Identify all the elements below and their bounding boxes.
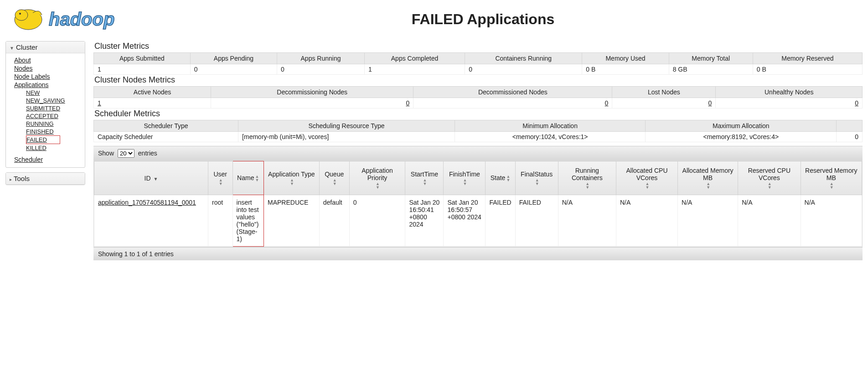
cell-running: N/A bbox=[558, 195, 616, 247]
sidebar-link-failed[interactable]: FAILED bbox=[26, 136, 47, 144]
sidebar-link-nodes[interactable]: Nodes bbox=[14, 64, 83, 72]
entries-label: entries bbox=[138, 150, 157, 157]
sort-icon: ▲▼ bbox=[463, 178, 467, 186]
col-amem[interactable]: Allocated Memory MB▲▼ bbox=[678, 161, 738, 195]
cluster-metrics-table: Apps Submitted Apps Pending Apps Running… bbox=[93, 52, 863, 75]
table-row: Capacity Scheduler [memory-mb (unit=Mi),… bbox=[94, 132, 863, 142]
svg-point-2 bbox=[19, 13, 21, 15]
decommissioning-link[interactable]: 0 bbox=[406, 99, 409, 107]
cm-h-7: Memory Reserved bbox=[753, 53, 862, 64]
col-state[interactable]: State▲▼ bbox=[486, 161, 515, 195]
sort-icon: ▲▼ bbox=[706, 182, 710, 189]
sort-icon: ▲▼ bbox=[255, 175, 259, 182]
sidebar-link-about[interactable]: About bbox=[14, 56, 83, 64]
cluster-metrics-heading: Cluster Metrics bbox=[94, 41, 863, 51]
sidebar-link-new[interactable]: NEW bbox=[26, 89, 83, 97]
col-start[interactable]: StartTime▲▼ bbox=[405, 161, 444, 195]
cell-amem: N/A bbox=[678, 195, 738, 247]
sidebar-link-scheduler[interactable]: Scheduler bbox=[14, 155, 83, 164]
cm-h-3: Apps Completed bbox=[364, 53, 465, 64]
cell-user: root bbox=[208, 195, 233, 247]
sidebar-link-killed[interactable]: KILLED bbox=[26, 144, 83, 152]
sidebar: ▼Cluster About Nodes Node Labels Applica… bbox=[5, 41, 85, 260]
col-rcpu[interactable]: Reserved CPU VCores▲▼ bbox=[738, 161, 801, 195]
cm-h-4: Containers Running bbox=[465, 53, 582, 64]
sort-icon: ▲▼ bbox=[333, 178, 337, 186]
nodes-metrics-heading: Cluster Nodes Metrics bbox=[94, 75, 863, 85]
scheduler-metrics-table: Scheduler Type Scheduling Resource Type … bbox=[93, 120, 863, 142]
sort-icon: ▲▼ bbox=[219, 178, 223, 186]
sort-icon: ▲▼ bbox=[290, 178, 294, 186]
cell-type: MAPREDUCE bbox=[264, 195, 320, 247]
sidebar-section-cluster[interactable]: ▼Cluster bbox=[6, 41, 85, 53]
nodes-metrics-table: Active Nodes Decommissioning Nodes Decom… bbox=[93, 86, 863, 108]
col-id[interactable]: ID▼ bbox=[94, 161, 208, 195]
sidebar-link-new-saving[interactable]: NEW_SAVING bbox=[26, 97, 83, 104]
col-user[interactable]: User▲▼ bbox=[208, 161, 233, 195]
sort-icon: ▲▼ bbox=[535, 178, 539, 186]
cell-rmem: N/A bbox=[801, 195, 862, 247]
svg-point-1 bbox=[15, 10, 28, 21]
cell-start: Sat Jan 20 16:50:41 +0800 2024 bbox=[405, 195, 444, 247]
application-id-link[interactable]: application_1705740581194_0001 bbox=[98, 199, 196, 206]
cell-state: FAILED bbox=[486, 195, 515, 247]
sort-icon: ▲▼ bbox=[768, 182, 772, 189]
cm-h-5: Memory Used bbox=[582, 53, 669, 64]
table-length-toolbar: Show 20 entries bbox=[93, 146, 863, 160]
cm-h-0: Apps Submitted bbox=[94, 53, 191, 64]
table-row: 1 0 0 1 0 0 B 8 GB 0 B bbox=[94, 64, 863, 75]
cell-rcpu: N/A bbox=[738, 195, 801, 247]
sort-icon: ▲▼ bbox=[585, 182, 589, 189]
main-content: Cluster Metrics Apps Submitted Apps Pend… bbox=[93, 41, 863, 260]
sort-icon: ▲▼ bbox=[423, 178, 427, 186]
cm-h-6: Memory Total bbox=[669, 53, 753, 64]
caret-down-icon: ▼ bbox=[10, 46, 14, 51]
table-row: 1 0 0 0 0 bbox=[94, 98, 863, 108]
show-label: Show bbox=[98, 150, 114, 157]
sidebar-link-accepted[interactable]: ACCEPTED bbox=[26, 112, 83, 120]
sort-icon: ▼ bbox=[154, 176, 158, 181]
sidebar-link-applications[interactable]: Applications bbox=[14, 81, 83, 89]
cell-queue: default bbox=[319, 195, 349, 247]
sidebar-link-node-labels[interactable]: Node Labels bbox=[14, 72, 83, 81]
caret-right-icon: ▸ bbox=[10, 177, 12, 182]
cm-h-2: Apps Running bbox=[277, 53, 365, 64]
sidebar-link-submitted[interactable]: SUBMITTED bbox=[26, 104, 83, 112]
cell-finish: Sat Jan 20 16:50:57 +0800 2024 bbox=[444, 195, 486, 247]
unhealthy-link[interactable]: 0 bbox=[855, 99, 858, 107]
cell-acpu: N/A bbox=[616, 195, 677, 247]
cm-h-1: Apps Pending bbox=[190, 53, 277, 64]
cell-priority: 0 bbox=[349, 195, 405, 247]
col-apptype[interactable]: Application Type▲▼ bbox=[264, 161, 320, 195]
sort-icon: ▲▼ bbox=[646, 182, 650, 189]
sort-icon: ▲▼ bbox=[830, 182, 834, 189]
sidebar-link-running[interactable]: RUNNING bbox=[26, 120, 83, 128]
col-queue[interactable]: Queue▲▼ bbox=[319, 161, 349, 195]
lost-nodes-link[interactable]: 0 bbox=[708, 99, 712, 107]
sort-icon: ▲▼ bbox=[376, 182, 380, 189]
active-nodes-link[interactable]: 1 bbox=[98, 99, 101, 107]
scheduler-metrics-heading: Scheduler Metrics bbox=[94, 109, 863, 119]
sidebar-section-tools[interactable]: ▸Tools bbox=[6, 173, 85, 185]
sidebar-link-finished[interactable]: FINISHED bbox=[26, 128, 83, 135]
col-acpu[interactable]: Allocated CPU VCores▲▼ bbox=[616, 161, 677, 195]
sort-icon: ▲▼ bbox=[506, 175, 510, 182]
table-info: Showing 1 to 1 of 1 entries bbox=[93, 247, 863, 260]
decommissioned-link[interactable]: 0 bbox=[605, 99, 609, 107]
page-size-select[interactable]: 20 bbox=[118, 149, 134, 158]
col-running[interactable]: Running Containers▲▼ bbox=[558, 161, 616, 195]
table-row: application_1705740581194_0001 root inse… bbox=[94, 195, 862, 247]
col-priority[interactable]: Application Priority▲▼ bbox=[349, 161, 405, 195]
page-title: FAILED Applications bbox=[103, 11, 863, 28]
col-finish[interactable]: FinishTime▲▼ bbox=[444, 161, 486, 195]
col-fstatus[interactable]: FinalStatus▲▼ bbox=[515, 161, 558, 195]
cell-fstatus: FAILED bbox=[515, 195, 558, 247]
cell-name: insert into test values ("hello")(Stage-… bbox=[232, 195, 264, 247]
applications-table: ID▼ User▲▼ Name▲▼ Application Type▲▼ Que… bbox=[94, 161, 862, 247]
col-rmem[interactable]: Reserved Memory MB▲▼ bbox=[801, 161, 862, 195]
col-name[interactable]: Name▲▼ bbox=[232, 161, 264, 195]
